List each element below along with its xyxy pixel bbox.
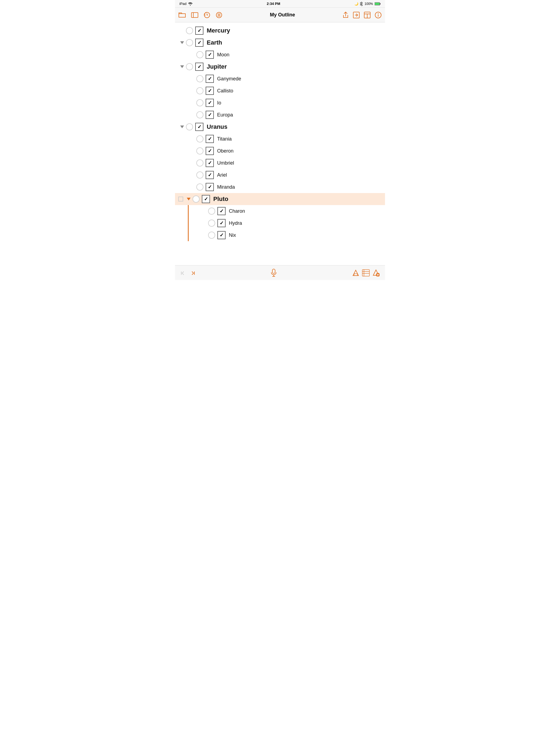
outline-row-nix: ✓ Nix <box>188 229 385 241</box>
outline-row-uranus: ✓ Uranus <box>175 121 385 133</box>
square-checkbox-charon[interactable]: ✓ <box>218 207 226 215</box>
circle-checkbox-oberon[interactable] <box>196 147 203 154</box>
microphone-icon[interactable] <box>270 268 277 277</box>
circle-checkbox-titania[interactable] <box>196 135 203 143</box>
list-format-icon[interactable] <box>215 11 223 19</box>
add-icon[interactable] <box>373 269 380 277</box>
circle-checkbox-mercury[interactable] <box>186 27 193 34</box>
label-ariel: Ariel <box>217 172 227 178</box>
label-hydra: Hydra <box>229 221 242 226</box>
checkmark-jupiter: ✓ <box>198 64 202 69</box>
svg-point-17 <box>378 13 379 14</box>
toolbar: My Outline <box>175 8 385 22</box>
square-checkbox-ariel[interactable]: ✓ <box>206 171 214 179</box>
square-checkbox-io[interactable]: ✓ <box>206 99 214 107</box>
checkmark-ariel: ✓ <box>208 173 212 177</box>
bluetooth-icon <box>360 2 363 6</box>
circle-checkbox-umbriel[interactable] <box>196 159 203 166</box>
prev-icon[interactable] <box>180 269 186 277</box>
circle-checkbox-earth[interactable] <box>186 39 193 46</box>
triangle-earth[interactable] <box>178 39 186 47</box>
circle-checkbox-europa[interactable] <box>196 111 203 119</box>
circle-checkbox-callisto[interactable] <box>196 87 203 94</box>
outline-row-charon: ✓ Charon <box>188 205 385 217</box>
outline-row-europa: ✓ Europa <box>175 109 385 121</box>
triangle-uranus[interactable] <box>178 123 186 131</box>
checkmark-europa: ✓ <box>208 112 212 117</box>
triangle-down-icon-jupiter <box>180 66 184 68</box>
drag-handle-pluto[interactable] <box>178 197 183 202</box>
label-miranda: Miranda <box>217 184 235 190</box>
label-ganymede: Ganymede <box>217 76 241 82</box>
circle-checkbox-pluto[interactable] <box>193 196 200 203</box>
label-europa: Europa <box>217 112 233 118</box>
square-checkbox-moon[interactable]: ✓ <box>206 51 214 59</box>
svg-rect-20 <box>272 269 275 274</box>
square-checkbox-europa[interactable]: ✓ <box>206 111 214 119</box>
label-moon: Moon <box>217 52 229 58</box>
circle-checkbox-miranda[interactable] <box>196 183 203 190</box>
toolbar-left <box>178 11 223 19</box>
table-icon[interactable] <box>364 11 371 19</box>
triangle-down-icon-uranus <box>180 126 184 128</box>
wifi-icon <box>188 2 193 6</box>
square-checkbox-callisto[interactable]: ✓ <box>206 87 214 95</box>
bottom-toolbar-right <box>352 269 380 277</box>
circle-checkbox-charon[interactable] <box>208 208 215 215</box>
info-icon[interactable] <box>375 11 382 19</box>
outline-row-moon: ✓ Moon <box>175 49 385 61</box>
square-checkbox-pluto[interactable]: ✓ <box>202 195 210 203</box>
battery-icon <box>375 2 381 6</box>
square-checkbox-miranda[interactable]: ✓ <box>206 183 214 191</box>
sidebar-icon[interactable] <box>191 12 199 18</box>
checkmark-umbriel: ✓ <box>208 160 212 165</box>
triangle-down-icon-pluto <box>187 198 190 200</box>
checkmark-nix: ✓ <box>220 233 224 238</box>
label-nix: Nix <box>229 232 236 238</box>
triangle-pluto[interactable] <box>185 195 193 203</box>
triangle-down-icon-earth <box>180 41 184 44</box>
outline-content: ✓ Mercury ✓ Earth ✓ Moon ✓ Jupiter <box>175 22 385 265</box>
checkmark-miranda: ✓ <box>208 185 212 189</box>
circle-checkbox-jupiter[interactable] <box>186 63 193 70</box>
square-checkbox-hydra[interactable]: ✓ <box>218 219 226 227</box>
triangle-jupiter[interactable] <box>178 63 186 71</box>
label-callisto: Callisto <box>217 88 233 94</box>
circle-checkbox-ariel[interactable] <box>196 172 203 179</box>
square-checkbox-umbriel[interactable]: ✓ <box>206 159 214 167</box>
outline-row-ganymede: ✓ Ganymede <box>175 73 385 85</box>
label-oberon: Oberon <box>217 148 233 154</box>
folder-icon[interactable] <box>178 12 186 18</box>
circle-checkbox-moon[interactable] <box>196 51 203 58</box>
status-time: 2:34 PM <box>267 2 280 6</box>
checkmark-uranus: ✓ <box>198 124 202 129</box>
circle-checkbox-hydra[interactable] <box>208 220 215 227</box>
square-checkbox-nix[interactable]: ✓ <box>218 231 226 239</box>
next-icon[interactable] <box>190 269 195 277</box>
svg-rect-1 <box>380 3 381 5</box>
checkmark-oberon: ✓ <box>208 149 212 153</box>
square-checkbox-uranus[interactable]: ✓ <box>195 123 203 131</box>
square-checkbox-mercury[interactable]: ✓ <box>195 27 203 35</box>
history-icon[interactable] <box>203 11 210 19</box>
moon-icon: 🌙 <box>354 2 358 6</box>
status-right: 🌙 100% <box>354 2 381 6</box>
square-checkbox-jupiter[interactable]: ✓ <box>195 62 203 71</box>
outline-view-icon[interactable] <box>352 269 359 277</box>
svg-rect-3 <box>192 12 198 18</box>
square-checkbox-oberon[interactable]: ✓ <box>206 147 214 155</box>
outline-row-oberon: ✓ Oberon <box>175 145 385 157</box>
square-checkbox-earth[interactable]: ✓ <box>195 38 203 47</box>
share-icon[interactable] <box>342 11 349 19</box>
bottom-toolbar-left <box>180 269 195 277</box>
label-pluto: Pluto <box>213 196 228 203</box>
circle-checkbox-nix[interactable] <box>208 232 215 239</box>
circle-checkbox-io[interactable] <box>196 99 203 106</box>
export-icon[interactable] <box>353 11 360 19</box>
square-checkbox-titania[interactable]: ✓ <box>206 135 214 143</box>
square-checkbox-ganymede[interactable]: ✓ <box>206 75 214 83</box>
circle-checkbox-uranus[interactable] <box>186 123 193 130</box>
circle-checkbox-ganymede[interactable] <box>196 75 203 82</box>
outline-list-icon[interactable] <box>362 269 370 277</box>
label-jupiter: Jupiter <box>207 63 227 70</box>
